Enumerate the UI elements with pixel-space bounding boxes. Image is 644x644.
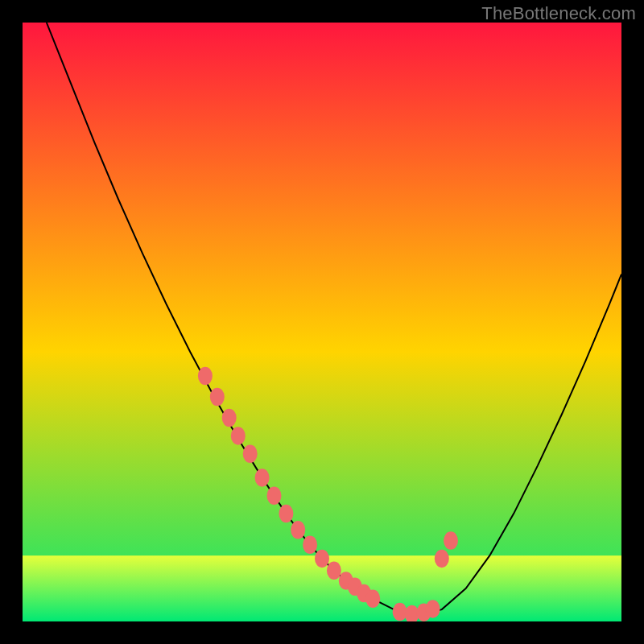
highlight-dot xyxy=(231,427,246,445)
highlight-dot xyxy=(222,409,237,427)
watermark-text: TheBottleneck.com xyxy=(481,3,636,24)
highlight-dot xyxy=(243,444,258,463)
highlight-dot xyxy=(315,550,329,568)
highlight-dot xyxy=(327,562,341,580)
highlight-dot xyxy=(444,531,458,550)
highlight-dot xyxy=(255,469,270,487)
highlight-dot xyxy=(303,536,317,555)
highlight-dot xyxy=(279,505,293,523)
highlight-dot xyxy=(435,550,449,568)
gradient-background xyxy=(23,23,621,621)
highlight-dot xyxy=(198,367,213,386)
highlight-dot xyxy=(365,589,380,608)
highlight-dot xyxy=(267,487,282,506)
highlight-dot xyxy=(210,388,225,407)
highlight-dot xyxy=(291,521,305,539)
highlight-dot xyxy=(426,600,440,618)
chart-svg xyxy=(23,23,621,621)
chart-frame: TheBottleneck.com xyxy=(0,0,644,644)
plot-area xyxy=(23,23,621,621)
